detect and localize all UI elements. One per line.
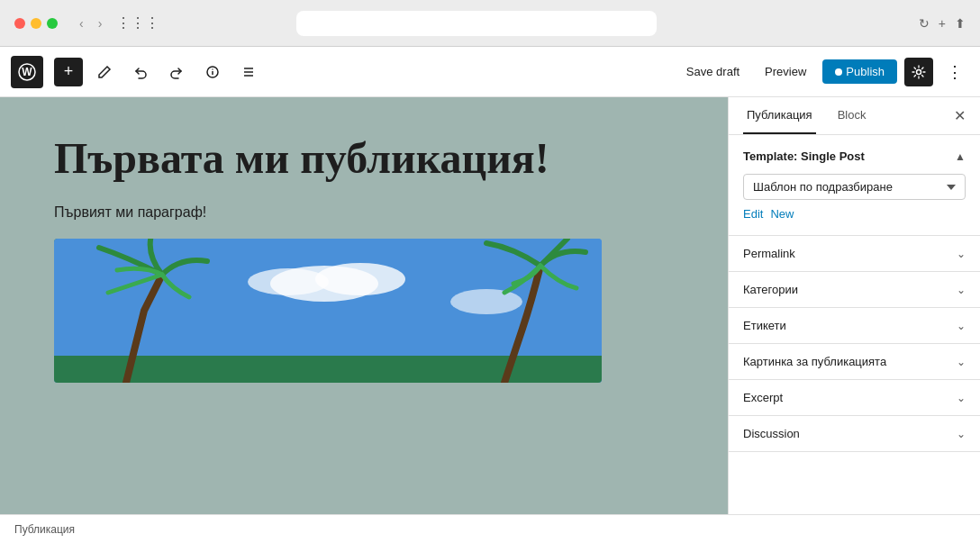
post-paragraph[interactable]: Първият ми параграф! <box>54 204 674 221</box>
post-title[interactable]: Първата ми публикация! <box>54 133 674 183</box>
share-icon[interactable]: ⬆ <box>955 16 966 31</box>
address-bar[interactable] <box>296 11 657 36</box>
back-button[interactable]: ‹ <box>76 14 87 32</box>
accordion-excerpt-label: Excerpt <box>743 391 783 404</box>
browser-actions: ↻ + ⬆ <box>919 16 966 31</box>
template-chevron-up-icon: ▲ <box>955 150 966 163</box>
svg-point-13 <box>450 289 522 314</box>
template-links: Edit New <box>743 207 966 221</box>
accordion-permalink: Permalink ⌄ <box>729 236 980 272</box>
wp-logo[interactable]: W <box>11 56 43 88</box>
editor-sidebar: Публикация Block ✕ Template: Single Post… <box>728 97 980 514</box>
fullscreen-traffic-light[interactable] <box>47 18 58 29</box>
svg-point-11 <box>315 263 405 295</box>
accordion-categories: Категории ⌄ <box>729 272 980 308</box>
wp-toolbar: W + Save draft Preview Publish <box>0 47 980 97</box>
toolbar-right: Save draft Preview Publish ⋮ <box>677 58 969 86</box>
template-title: Template: Single Post <box>743 149 865 163</box>
traffic-lights <box>14 18 58 29</box>
forward-button[interactable]: › <box>95 14 106 32</box>
accordion-discussion-label: Discussion <box>743 427 800 440</box>
new-tab-icon[interactable]: + <box>939 16 946 31</box>
settings-button[interactable] <box>904 58 933 86</box>
post-image[interactable] <box>54 239 602 383</box>
save-draft-button[interactable]: Save draft <box>677 59 749 84</box>
reload-icon[interactable]: ↻ <box>919 16 930 31</box>
tab-publication[interactable]: Публикация <box>743 97 816 134</box>
edit-tool-button[interactable] <box>90 58 119 86</box>
accordion-discussion: Discussion ⌄ <box>729 416 980 452</box>
accordion-categories-header[interactable]: Категории ⌄ <box>729 272 980 307</box>
add-block-button[interactable]: + <box>54 58 83 86</box>
grid-icon: ⋮⋮⋮ <box>116 14 159 32</box>
accordion-permalink-header[interactable]: Permalink ⌄ <box>729 236 980 271</box>
minimize-traffic-light[interactable] <box>31 18 41 29</box>
close-sidebar-button[interactable]: ✕ <box>954 107 966 124</box>
post-content: Първата ми публикация! Първият ми парагр… <box>54 133 674 383</box>
accordion-featured-image-header[interactable]: Картинка за публикацията ⌄ <box>729 344 980 379</box>
accordion-tags-header[interactable]: Етикети ⌄ <box>729 308 980 343</box>
wp-editor: W + Save draft Preview Publish <box>0 47 980 543</box>
details-button[interactable] <box>198 58 227 86</box>
browser-chrome: ‹ › ⋮⋮⋮ ↻ + ⬆ <box>0 0 980 47</box>
close-traffic-light[interactable] <box>14 18 25 29</box>
svg-point-8 <box>917 69 921 74</box>
accordion-tags-label: Етикети <box>743 319 786 332</box>
nav-buttons: ‹ › <box>76 14 105 32</box>
accordion-discussion-chevron-icon: ⌄ <box>957 428 966 440</box>
accordion-excerpt-chevron-icon: ⌄ <box>957 392 966 404</box>
accordion-permalink-label: Permalink <box>743 247 795 260</box>
template-section: Template: Single Post ▲ Шаблон по подраз… <box>729 135 980 236</box>
accordion-sections: Permalink ⌄ Категории ⌄ Етикети ⌄ <box>729 236 980 452</box>
template-select[interactable]: Шаблон по подразбиране <box>743 174 966 200</box>
bottom-bar-label: Публикация <box>14 523 75 536</box>
editor-body: Първата ми публикация! Първият ми парагр… <box>0 97 980 514</box>
template-section-header[interactable]: Template: Single Post ▲ <box>743 149 966 163</box>
template-new-link[interactable]: New <box>770 207 794 221</box>
accordion-tags-chevron-icon: ⌄ <box>957 320 966 332</box>
list-view-button[interactable] <box>234 58 263 86</box>
accordion-excerpt: Excerpt ⌄ <box>729 380 980 416</box>
redo-button[interactable] <box>162 58 191 86</box>
preview-button[interactable]: Preview <box>756 59 815 84</box>
accordion-featured-image-label: Картинка за публикацията <box>743 355 886 368</box>
accordion-categories-chevron-icon: ⌄ <box>957 284 966 296</box>
svg-point-12 <box>248 268 329 295</box>
publish-dot <box>835 68 842 76</box>
accordion-discussion-header[interactable]: Discussion ⌄ <box>729 416 980 451</box>
svg-point-4 <box>212 68 213 69</box>
accordion-tags: Етикети ⌄ <box>729 308 980 344</box>
editor-canvas[interactable]: Първата ми публикация! Първият ми парагр… <box>0 97 728 514</box>
tab-block[interactable]: Block <box>834 97 870 134</box>
publish-button[interactable]: Publish <box>822 59 897 84</box>
undo-button[interactable] <box>126 58 155 86</box>
accordion-categories-label: Категории <box>743 283 798 296</box>
editor-bottom-bar: Публикация <box>0 514 980 543</box>
sidebar-tabs: Публикация Block ✕ <box>729 97 980 135</box>
accordion-featured-image-chevron-icon: ⌄ <box>957 356 966 368</box>
accordion-excerpt-header[interactable]: Excerpt ⌄ <box>729 380 980 415</box>
accordion-featured-image: Картинка за публикацията ⌄ <box>729 344 980 380</box>
svg-text:W: W <box>22 66 32 78</box>
svg-rect-14 <box>54 356 602 383</box>
template-edit-link[interactable]: Edit <box>743 207 763 221</box>
more-options-button[interactable]: ⋮ <box>940 58 969 86</box>
accordion-permalink-chevron-icon: ⌄ <box>957 248 966 260</box>
